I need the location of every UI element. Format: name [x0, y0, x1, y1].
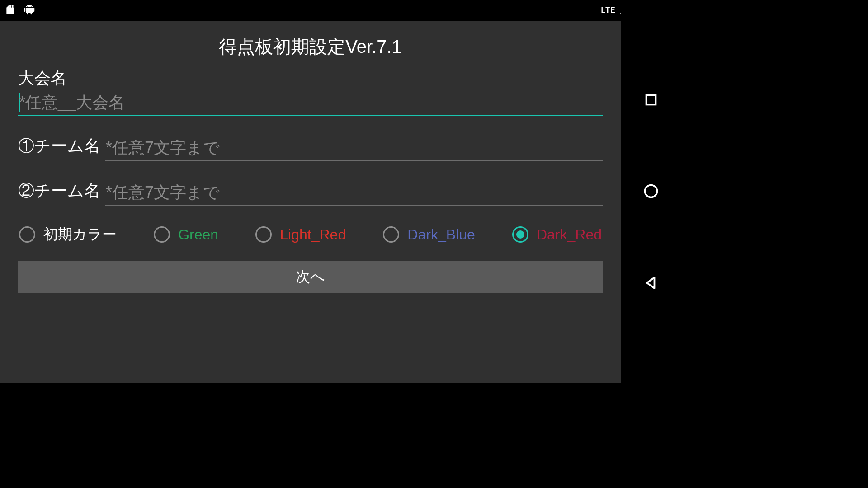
radio-icon — [19, 226, 35, 243]
tournament-name-input[interactable] — [18, 91, 603, 116]
team2-name-input[interactable] — [105, 181, 603, 206]
overview-button[interactable] — [642, 91, 660, 109]
color-radio-group: 初期カラーGreenLight_RedDark_BlueDark_Red — [18, 225, 603, 244]
back-button[interactable] — [642, 274, 660, 292]
team2-label: ②チーム名 — [18, 180, 100, 206]
robot-icon — [23, 3, 36, 18]
color-radio-default[interactable]: 初期カラー — [19, 225, 117, 244]
app-content: 得点板初期設定Ver.7.1 大会名 ①チーム名 ②チーム名 初期カラーGree… — [0, 21, 621, 383]
radio-icon — [255, 226, 272, 243]
color-radio-darkred[interactable]: Dark_Red — [512, 226, 602, 243]
lte-label: LTE — [601, 6, 616, 14]
next-button[interactable]: 次へ — [18, 261, 603, 293]
svg-point-1 — [645, 185, 657, 197]
tournament-name-label: 大会名 — [18, 67, 603, 89]
radio-label: 初期カラー — [43, 225, 117, 244]
sd-card-icon — [5, 3, 16, 18]
home-button[interactable] — [642, 182, 660, 200]
form-content: 大会名 ①チーム名 ②チーム名 初期カラーGreenLight_RedDark_… — [0, 67, 621, 244]
team1-label: ①チーム名 — [18, 135, 100, 161]
color-radio-green[interactable]: Green — [154, 226, 218, 243]
status-bar: LTE 2:19 — [0, 0, 681, 21]
radio-label: Dark_Blue — [407, 226, 475, 243]
team2-row: ②チーム名 — [18, 180, 603, 206]
radio-label: Light_Red — [280, 226, 346, 243]
svg-rect-0 — [646, 95, 656, 104]
page-title: 得点板初期設定Ver.7.1 — [0, 34, 621, 59]
team1-name-input[interactable] — [105, 136, 603, 161]
radio-icon — [154, 226, 170, 243]
status-left — [5, 3, 36, 18]
radio-label: Green — [178, 226, 218, 243]
team1-row: ①チーム名 — [18, 135, 603, 161]
color-radio-darkblue[interactable]: Dark_Blue — [383, 226, 475, 243]
color-radio-lightred[interactable]: Light_Red — [255, 226, 346, 243]
radio-icon — [383, 226, 399, 243]
system-navbar — [621, 0, 681, 383]
radio-label: Dark_Red — [537, 226, 602, 243]
radio-icon — [512, 226, 528, 243]
